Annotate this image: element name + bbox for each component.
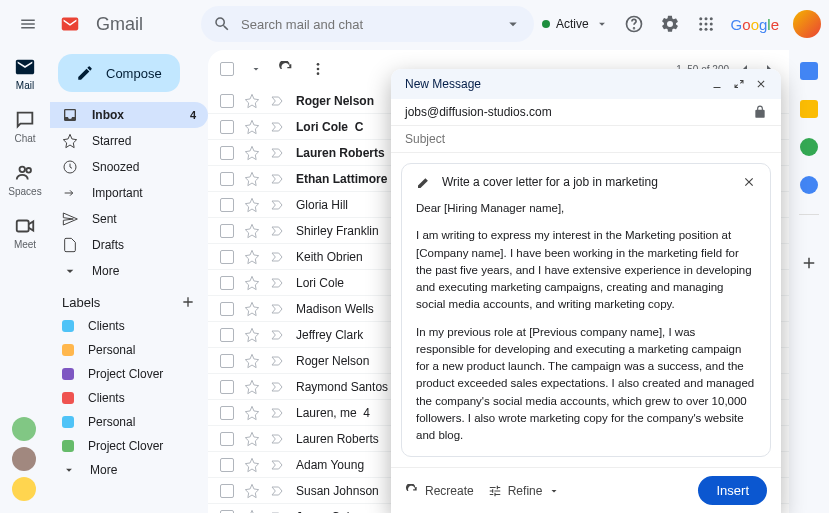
nav-snoozed[interactable]: Snoozed — [50, 154, 208, 180]
row-checkbox[interactable] — [220, 354, 234, 368]
rail-spaces[interactable]: Spaces — [8, 162, 41, 197]
calendar-icon[interactable] — [800, 62, 818, 80]
nav-inbox[interactable]: Inbox4 — [50, 102, 208, 128]
row-checkbox[interactable] — [220, 302, 234, 316]
star-icon[interactable] — [244, 457, 260, 473]
label-clients[interactable]: Clients — [50, 386, 208, 410]
select-all-checkbox[interactable] — [220, 62, 234, 76]
row-checkbox[interactable] — [220, 510, 234, 514]
label-project-clover[interactable]: Project Clover — [50, 434, 208, 458]
importance-icon[interactable] — [270, 197, 286, 213]
tune-icon[interactable] — [504, 15, 522, 33]
row-checkbox[interactable] — [220, 328, 234, 342]
star-icon[interactable] — [244, 249, 260, 265]
account-avatar[interactable] — [793, 10, 821, 38]
row-checkbox[interactable] — [220, 198, 234, 212]
compose-button[interactable]: Compose — [58, 54, 180, 92]
importance-icon[interactable] — [270, 431, 286, 447]
keep-icon[interactable] — [800, 100, 818, 118]
row-checkbox[interactable] — [220, 276, 234, 290]
recreate-button[interactable]: Recreate — [405, 484, 474, 498]
help-button[interactable] — [623, 13, 645, 35]
main-menu-button[interactable] — [8, 4, 48, 44]
importance-icon[interactable] — [270, 353, 286, 369]
importance-icon[interactable] — [270, 171, 286, 187]
star-icon[interactable] — [244, 93, 260, 109]
importance-icon[interactable] — [270, 249, 286, 265]
importance-icon[interactable] — [270, 301, 286, 317]
nav-sent[interactable]: Sent — [50, 206, 208, 232]
refine-button[interactable]: Refine — [488, 484, 561, 498]
star-icon[interactable] — [244, 119, 260, 135]
star-icon[interactable] — [244, 275, 260, 291]
chat-head[interactable] — [12, 447, 36, 471]
refresh-icon[interactable] — [278, 61, 294, 77]
star-icon[interactable] — [244, 483, 260, 499]
add-label-icon[interactable] — [180, 294, 196, 310]
to-field[interactable]: jobs@diffusion-studios.com — [391, 99, 781, 126]
row-checkbox[interactable] — [220, 94, 234, 108]
row-checkbox[interactable] — [220, 224, 234, 238]
star-icon[interactable] — [244, 405, 260, 421]
chat-head[interactable] — [12, 477, 36, 501]
importance-icon[interactable] — [270, 119, 286, 135]
row-checkbox[interactable] — [220, 458, 234, 472]
add-addon-icon[interactable] — [800, 254, 818, 272]
subject-input[interactable] — [405, 132, 767, 146]
row-checkbox[interactable] — [220, 146, 234, 160]
chat-head[interactable] — [12, 417, 36, 441]
label-clients[interactable]: Clients — [50, 314, 208, 338]
label-project-clover[interactable]: Project Clover — [50, 362, 208, 386]
importance-icon[interactable] — [270, 405, 286, 421]
nav-drafts[interactable]: Drafts — [50, 232, 208, 258]
row-checkbox[interactable] — [220, 250, 234, 264]
importance-icon[interactable] — [270, 275, 286, 291]
search-box[interactable] — [201, 6, 534, 42]
star-icon[interactable] — [244, 353, 260, 369]
compose-window-header[interactable]: New Message — [391, 69, 781, 99]
importance-icon[interactable] — [270, 379, 286, 395]
row-checkbox[interactable] — [220, 172, 234, 186]
apps-button[interactable] — [695, 13, 717, 35]
label-personal[interactable]: Personal — [50, 410, 208, 434]
insert-button[interactable]: Insert — [698, 476, 767, 505]
search-input[interactable] — [241, 17, 494, 32]
rail-meet[interactable]: Meet — [14, 215, 36, 250]
settings-button[interactable] — [659, 13, 681, 35]
label-more[interactable]: More — [50, 458, 208, 482]
label-personal[interactable]: Personal — [50, 338, 208, 362]
importance-icon[interactable] — [270, 223, 286, 239]
importance-icon[interactable] — [270, 457, 286, 473]
more-icon[interactable] — [310, 61, 326, 77]
chevron-down-icon[interactable] — [250, 63, 262, 75]
nav-starred[interactable]: Starred — [50, 128, 208, 154]
rail-chat[interactable]: Chat — [14, 109, 36, 144]
contacts-icon[interactable] — [800, 176, 818, 194]
star-icon[interactable] — [244, 171, 260, 187]
row-checkbox[interactable] — [220, 406, 234, 420]
row-checkbox[interactable] — [220, 380, 234, 394]
importance-icon[interactable] — [270, 483, 286, 499]
row-checkbox[interactable] — [220, 484, 234, 498]
minimize-icon[interactable] — [711, 78, 723, 90]
nav-important[interactable]: Important — [50, 180, 208, 206]
star-icon[interactable] — [244, 223, 260, 239]
star-icon[interactable] — [244, 379, 260, 395]
star-icon[interactable] — [244, 327, 260, 343]
star-icon[interactable] — [244, 301, 260, 317]
importance-icon[interactable] — [270, 145, 286, 161]
importance-icon[interactable] — [270, 327, 286, 343]
rail-mail[interactable]: Mail — [14, 56, 36, 91]
star-icon[interactable] — [244, 145, 260, 161]
fullscreen-icon[interactable] — [733, 78, 745, 90]
importance-icon[interactable] — [270, 509, 286, 514]
close-prompt-icon[interactable] — [742, 175, 756, 189]
row-checkbox[interactable] — [220, 120, 234, 134]
tasks-icon[interactable] — [800, 138, 818, 156]
status-chip[interactable]: Active — [542, 17, 609, 31]
star-icon[interactable] — [244, 509, 260, 514]
ai-body[interactable]: Dear [Hiring Manager name], I am writing… — [402, 200, 770, 456]
star-icon[interactable] — [244, 197, 260, 213]
importance-icon[interactable] — [270, 93, 286, 109]
subject-field[interactable] — [391, 126, 781, 153]
